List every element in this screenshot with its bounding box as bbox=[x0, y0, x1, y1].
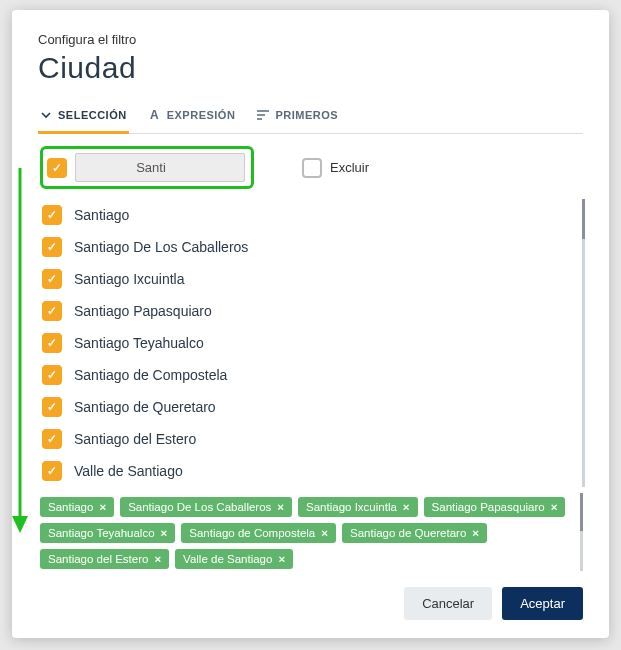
item-label: Santiago del Estero bbox=[74, 431, 196, 447]
chip-remove-icon[interactable]: × bbox=[99, 501, 106, 513]
chip-label: Santiago De Los Caballeros bbox=[128, 501, 271, 513]
item-label: Santiago Papasquiaro bbox=[74, 303, 212, 319]
cancel-button[interactable]: Cancelar bbox=[404, 587, 492, 620]
item-checkbox[interactable]: ✓ bbox=[42, 461, 62, 481]
item-checkbox[interactable]: ✓ bbox=[42, 237, 62, 257]
search-row: ✓ Excluir bbox=[38, 146, 583, 189]
item-checkbox[interactable]: ✓ bbox=[42, 333, 62, 353]
chip-label: Santiago del Estero bbox=[48, 553, 148, 565]
chip-remove-icon[interactable]: × bbox=[277, 501, 284, 513]
chip-label: Santiago bbox=[48, 501, 93, 513]
selected-chip: Valle de Santiago× bbox=[175, 549, 293, 569]
tab-label: SELECCIÓN bbox=[58, 109, 127, 121]
letter-a-icon: A bbox=[149, 109, 161, 121]
chip-remove-icon[interactable]: × bbox=[321, 527, 328, 539]
list-item[interactable]: ✓Santiago De Los Caballeros bbox=[38, 231, 574, 263]
options-list: ✓Santiago✓Santiago De Los Caballeros✓San… bbox=[38, 199, 585, 487]
modal-title: Ciudad bbox=[38, 51, 583, 85]
tab-first[interactable]: PRIMEROS bbox=[255, 103, 340, 134]
item-checkbox[interactable]: ✓ bbox=[42, 365, 62, 385]
list-item[interactable]: ✓Santiago Papasquiaro bbox=[38, 295, 574, 327]
sort-icon bbox=[257, 109, 269, 121]
check-icon: ✓ bbox=[52, 161, 62, 175]
item-label: Santiago Ixcuintla bbox=[74, 271, 185, 287]
list-item[interactable]: ✓Santiago de Compostela bbox=[38, 359, 574, 391]
list-item[interactable]: ✓Santiago del Estero bbox=[38, 423, 574, 455]
item-checkbox[interactable]: ✓ bbox=[42, 205, 62, 225]
scrollbar-thumb[interactable] bbox=[580, 493, 583, 531]
scrollbar-thumb[interactable] bbox=[582, 199, 585, 239]
select-all-checkbox[interactable]: ✓ bbox=[47, 158, 67, 178]
item-checkbox[interactable]: ✓ bbox=[42, 269, 62, 289]
check-icon: ✓ bbox=[47, 368, 57, 382]
item-label: Santiago de Compostela bbox=[74, 367, 227, 383]
search-input[interactable] bbox=[75, 153, 245, 182]
chip-remove-icon[interactable]: × bbox=[403, 501, 410, 513]
list-item[interactable]: ✓Santiago bbox=[38, 199, 574, 231]
exclude-toggle[interactable]: Excluir bbox=[302, 158, 369, 178]
chip-label: Santiago Papasquiaro bbox=[432, 501, 545, 513]
check-icon: ✓ bbox=[47, 304, 57, 318]
chip-label: Santiago de Queretaro bbox=[350, 527, 466, 539]
item-label: Santiago De Los Caballeros bbox=[74, 239, 248, 255]
selected-chip: Santiago del Estero× bbox=[40, 549, 169, 569]
exclude-label: Excluir bbox=[330, 160, 369, 175]
list-item[interactable]: ✓Santiago Teyahualco bbox=[38, 327, 574, 359]
tab-selection[interactable]: SELECCIÓN bbox=[38, 103, 129, 134]
tab-label: EXPRESIÓN bbox=[167, 109, 236, 121]
check-icon: ✓ bbox=[47, 208, 57, 222]
tab-bar: SELECCIÓN A EXPRESIÓN PRIMEROS bbox=[38, 103, 583, 134]
selected-chips-area: Santiago×Santiago De Los Caballeros×Sant… bbox=[38, 493, 583, 571]
selected-chip: Santiago de Queretaro× bbox=[342, 523, 487, 543]
chip-remove-icon[interactable]: × bbox=[154, 553, 161, 565]
item-label: Valle de Santiago bbox=[74, 463, 183, 479]
list-item[interactable]: ✓Santiago de Queretaro bbox=[38, 391, 574, 423]
list-item[interactable]: ✓Valle de Santiago bbox=[38, 455, 574, 487]
tab-expression[interactable]: A EXPRESIÓN bbox=[147, 103, 238, 134]
selected-chip: Santiago× bbox=[40, 497, 114, 517]
chip-label: Santiago Teyahualco bbox=[48, 527, 155, 539]
item-checkbox[interactable]: ✓ bbox=[42, 397, 62, 417]
selected-chip: Santiago Teyahualco× bbox=[40, 523, 175, 543]
modal-subtitle: Configura el filtro bbox=[38, 32, 583, 47]
chip-label: Santiago de Compostela bbox=[189, 527, 315, 539]
chevron-down-icon bbox=[40, 109, 52, 121]
chip-remove-icon[interactable]: × bbox=[472, 527, 479, 539]
list-item[interactable]: ✓Santiago Ixcuintla bbox=[38, 263, 574, 295]
check-icon: ✓ bbox=[47, 240, 57, 254]
exclude-checkbox[interactable] bbox=[302, 158, 322, 178]
chip-remove-icon[interactable]: × bbox=[161, 527, 168, 539]
select-all-highlight: ✓ bbox=[40, 146, 254, 189]
accept-button[interactable]: Aceptar bbox=[502, 587, 583, 620]
chip-label: Valle de Santiago bbox=[183, 553, 272, 565]
selected-chip: Santiago Papasquiaro× bbox=[424, 497, 566, 517]
chip-remove-icon[interactable]: × bbox=[278, 553, 285, 565]
item-label: Santiago bbox=[74, 207, 129, 223]
tab-label: PRIMEROS bbox=[275, 109, 338, 121]
item-checkbox[interactable]: ✓ bbox=[42, 301, 62, 321]
check-icon: ✓ bbox=[47, 400, 57, 414]
chip-label: Santiago Ixcuintla bbox=[306, 501, 397, 513]
item-checkbox[interactable]: ✓ bbox=[42, 429, 62, 449]
selected-chip: Santiago Ixcuintla× bbox=[298, 497, 418, 517]
filter-config-modal: Configura el filtro Ciudad SELECCIÓN A E… bbox=[12, 10, 609, 638]
selected-chip: Santiago De Los Caballeros× bbox=[120, 497, 292, 517]
item-label: Santiago de Queretaro bbox=[74, 399, 216, 415]
chip-remove-icon[interactable]: × bbox=[551, 501, 558, 513]
check-icon: ✓ bbox=[47, 464, 57, 478]
check-icon: ✓ bbox=[47, 336, 57, 350]
selected-chip: Santiago de Compostela× bbox=[181, 523, 336, 543]
check-icon: ✓ bbox=[47, 432, 57, 446]
modal-footer: Cancelar Aceptar bbox=[38, 587, 583, 620]
check-icon: ✓ bbox=[47, 272, 57, 286]
item-label: Santiago Teyahualco bbox=[74, 335, 204, 351]
